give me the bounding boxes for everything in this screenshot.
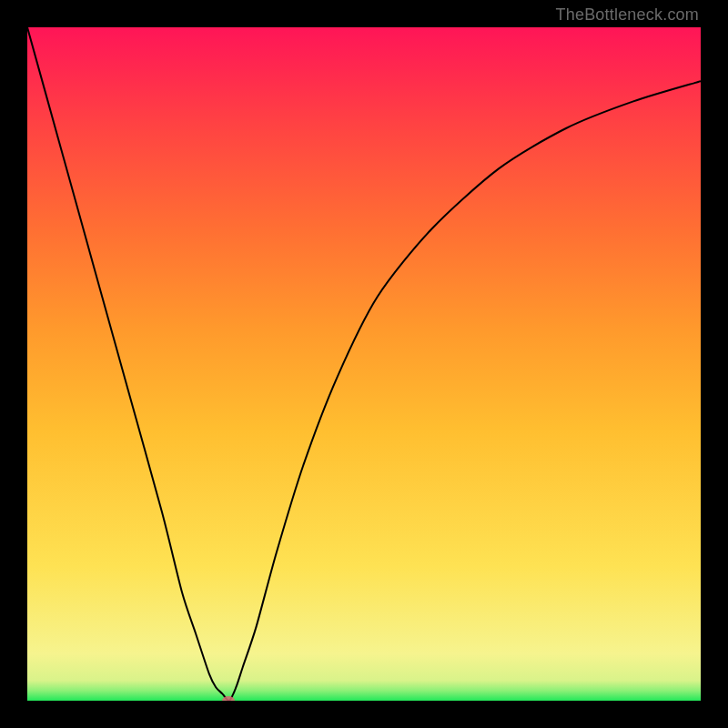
- chart-frame: TheBottleneck.com: [0, 0, 728, 728]
- attribution-text: TheBottleneck.com: [556, 5, 699, 25]
- optimal-point-marker: [222, 696, 235, 701]
- plot-area: [27, 27, 701, 701]
- bottleneck-curve: [27, 27, 701, 701]
